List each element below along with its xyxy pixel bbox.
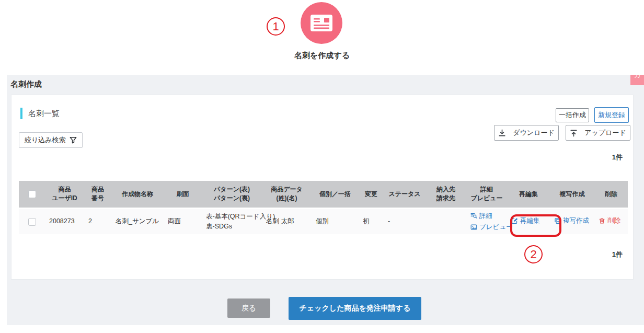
row-status: - <box>384 208 426 234</box>
detail-link[interactable]: 詳細 <box>470 211 507 221</box>
col-header-change: 変更 <box>359 181 384 208</box>
row-product-no: 2 <box>84 208 111 234</box>
row-pattern: 表-基本(QRコード入り) 裏-SDGs <box>202 208 262 234</box>
col-header-reedit: 再編集 <box>507 181 550 208</box>
download-button[interactable]: ダウンロード <box>494 125 559 141</box>
copy-icon <box>554 217 561 224</box>
row-change: 初 <box>359 208 384 234</box>
col-header-product-data: 商品データ (姓)(名) <box>262 181 312 208</box>
copy-link-label: 複写作成 <box>563 216 589 226</box>
filter-search-button[interactable]: 絞り込み検索 <box>19 132 83 148</box>
filter-search-label: 絞り込み検索 <box>25 135 66 145</box>
delete-link[interactable]: 削除 <box>599 216 620 226</box>
new-register-label: 新規登録 <box>598 110 625 120</box>
row-individual-batch: 個別 <box>312 208 359 234</box>
row-detail-preview-cell: 詳細 プレビュー <box>466 208 507 234</box>
col-header-delivery-billing: 納入先 請求先 <box>426 181 466 208</box>
reedit-link-label: 再編集 <box>520 216 540 226</box>
table-row: 2008273 2 名刺_サンプル 両面 表-基本(QRコード入り) 裏-SDG… <box>19 208 628 234</box>
reedit-link[interactable]: 再編集 <box>511 216 540 226</box>
row-product-user-id: 2008273 <box>45 208 84 234</box>
col-header-item-name: 作成物名称 <box>111 181 164 208</box>
corner-guide-badge-text: ガ <box>634 75 644 80</box>
image-preview-icon <box>470 224 477 231</box>
detail-search-icon <box>470 212 477 219</box>
order-request-button[interactable]: チェックした商品を発注申請する <box>289 297 421 320</box>
annotation-step-2: 2 <box>524 245 543 263</box>
download-label: ダウンロード <box>513 128 555 137</box>
copy-link[interactable]: 複写作成 <box>554 216 589 226</box>
detail-link-label: 詳細 <box>479 211 492 221</box>
col-header-status: ステータス <box>384 181 426 208</box>
upload-label: アップロード <box>584 128 626 137</box>
download-icon <box>498 129 506 137</box>
business-card-panel: 名刺作成 ガ 名刺一覧 一括作成 新規登録 絞り込み検索 <box>7 75 644 325</box>
col-header-individual-batch: 個別／一括 <box>312 181 359 208</box>
back-button[interactable]: 戻る <box>227 298 270 318</box>
table-header-row: 商品 ユーザID 商品 番号 作成物名称 刷面 パターン(表) <box>19 181 628 208</box>
panel-title: 名刺作成 <box>10 79 42 89</box>
col-header-product-no: 商品 番号 <box>84 181 111 208</box>
row-item-name: 名刺_サンプル <box>111 208 164 234</box>
batch-create-label: 一括作成 <box>559 110 586 120</box>
col-header-copy: 複写作成 <box>550 181 594 208</box>
batch-create-button[interactable]: 一括作成 <box>556 108 589 122</box>
annotation-step-2-number: 2 <box>530 248 536 261</box>
upload-icon <box>570 129 578 137</box>
business-card-list-card: 名刺一覧 一括作成 新規登録 絞り込み検索 <box>11 95 634 280</box>
row-select-cell <box>19 208 45 234</box>
row-print-side: 両面 <box>164 208 202 234</box>
row-checkbox[interactable] <box>28 218 36 226</box>
upload-button[interactable]: アップロード <box>566 125 630 141</box>
annotation-step-1: 1 <box>267 17 285 36</box>
section-title-row: 名刺一覧 <box>20 108 60 119</box>
new-register-button[interactable]: 新規登録 <box>594 107 629 123</box>
order-request-button-label: チェックした商品を発注申請する <box>300 304 411 312</box>
col-header-select <box>19 181 45 208</box>
create-business-card-button[interactable] <box>301 2 342 44</box>
col-header-delete: 削除 <box>594 181 628 208</box>
row-reedit-cell: 再編集 <box>507 208 550 234</box>
io-actions: ダウンロード アップロード <box>494 125 630 141</box>
row-delete-cell: 削除 <box>594 208 628 234</box>
col-header-product-user-id: 商品 ユーザID <box>45 181 84 208</box>
annotation-step-1-number: 1 <box>272 20 279 33</box>
top-actions: 一括作成 新規登録 <box>556 107 629 123</box>
result-count-top: 1件 <box>612 153 623 162</box>
row-delivery-billing <box>426 208 466 234</box>
result-count-bottom: 1件 <box>612 250 623 259</box>
business-card-icon <box>310 15 332 31</box>
col-header-detail-preview: 詳細 プレビュー <box>466 181 507 208</box>
back-button-label: 戻る <box>242 304 256 312</box>
business-card-table: 商品 ユーザID 商品 番号 作成物名称 刷面 パターン(表) <box>19 181 628 234</box>
preview-link[interactable]: プレビュー <box>470 222 507 232</box>
hero-title: 名刺を作成する <box>0 51 644 61</box>
col-header-pattern: パターン(表) パターン(裏) <box>202 181 262 208</box>
funnel-icon <box>70 136 77 144</box>
row-product-data-name: 名刺 太郎 <box>262 208 312 234</box>
corner-guide-badge[interactable]: ガ <box>630 75 644 85</box>
row-copy-cell: 複写作成 <box>550 208 594 234</box>
preview-link-label: プレビュー <box>479 222 513 232</box>
trash-icon <box>599 217 605 224</box>
section-title: 名刺一覧 <box>28 109 60 119</box>
select-all-checkbox[interactable] <box>28 190 36 198</box>
delete-link-label: 削除 <box>607 216 620 226</box>
col-header-print-side: 刷面 <box>164 181 202 208</box>
edit-icon <box>511 217 518 224</box>
section-accent-bar <box>20 108 22 119</box>
